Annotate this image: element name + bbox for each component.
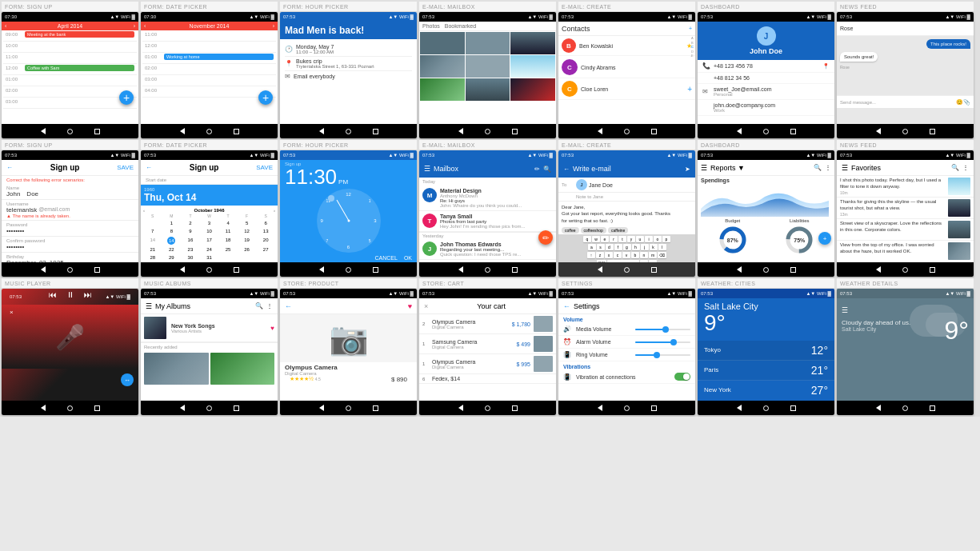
card-contacts: E-MAIL: CREATE 07:53 ▲▼ WiFi ▓ Contacts … — [558, 2, 695, 138]
card-calendar-1: FORM: SIGN UP 07:30 ▲▼ WiFi ▓ ‹April 201… — [2, 2, 138, 138]
card-contact-detail: DASHBOARD 07:53 ▲▼ WiFi ▓ J John Doe 📞+4… — [698, 2, 834, 138]
card-label-4: E-MAIL: MAILBOX — [419, 2, 556, 12]
card-store-product: STORE: PRODUCT 07:53 ▲▼ WiFi ▓ ← ♥ 📷 — [280, 278, 417, 415]
card-label-2: FORM: DATE PICKER — [141, 2, 278, 12]
row3-label-3: STORE: PRODUCT — [280, 278, 417, 289]
card-newsfeed: NEWS FEED 07:53 ▲▼ WiFi ▓ ☰ Favorites 🔍 … — [837, 140, 974, 277]
card-event-detail: FORM: HOUR PICKER 07:53 ▲▼ WiFi ▓ Mad Me… — [280, 2, 417, 138]
card-label-1: FORM: SIGN UP — [2, 2, 138, 12]
card-chat: NEWS FEED 07:53 ▲▼ WiFi ▓ Rose This plac… — [837, 2, 974, 138]
card-calendar-2: FORM: DATE PICKER 07:30 ▲▼ WiFi ▓ ‹Novem… — [141, 2, 278, 138]
row3-label-7: WEATHER DETAILS — [837, 278, 974, 289]
row3-label-1: MUSIC PLAYER — [2, 278, 138, 289]
row3-label-4: STORE: CART — [419, 278, 556, 289]
card-albums: MUSIC ALBUMS 07:53 ▲▼ WiFi ▓ ☰ My Albums… — [141, 278, 278, 415]
row3-label-2: MUSIC ALBUMS — [141, 278, 278, 289]
card-music-player: MUSIC PLAYER 07:53 ▲▼ WiFi ▓ × Now playi… — [2, 278, 138, 415]
card-timepicker: FORM: HOUR PICKER 07:53 ▲▼ WiFi ▓ Sign u… — [280, 140, 417, 277]
row2-label-2: FORM: DATE PICKER — [141, 140, 278, 150]
card-weather-cities: WEATHER: CITIES 07:53 ▲▼ WiFi ▓ Salt Lak… — [698, 278, 834, 415]
card-signup: FORM: SIGN UP 07:53 ▲▼ WiFi ▓ ← Sign up … — [2, 140, 138, 277]
card-compose: E-MAIL: CREATE 07:53 ▲▼ WiFi ▓ ← Write e… — [558, 140, 695, 277]
card-datepicker: FORM: DATE PICKER 07:53 ▲▼ WiFi ▓ ← Sign… — [141, 140, 278, 277]
card-label-6: DASHBOARD — [698, 2, 834, 12]
row2-label-4: E-MAIL: MAILBOX — [419, 140, 556, 150]
card-weather-detail: WEATHER DETAILS 07:53 ▲▼ WiFi ▓ ☰ Cloudy… — [837, 278, 974, 415]
row3-label-6: WEATHER: CITIES — [698, 278, 834, 289]
card-store-cart: STORE: CART 07:53 ▲▼ WiFi ▓ × Your cart … — [419, 278, 556, 415]
card-photos: E-MAIL: MAILBOX 07:53 ▲▼ WiFi ▓ Photos B… — [419, 2, 556, 138]
card-settings: SETTINGS 07:53 ▲▼ WiFi ▓ ← Settings Volu… — [558, 278, 695, 415]
card-label-3: FORM: HOUR PICKER — [280, 2, 417, 12]
row2-label-6: DASHBOARD — [698, 140, 834, 150]
row2-label-7: NEWS FEED — [837, 140, 974, 150]
card-dashboard: DASHBOARD 07:53 ▲▼ WiFi ▓ ☰ Reports ▼ 🔍 … — [698, 140, 834, 277]
row2-label-1: FORM: SIGN UP — [2, 140, 138, 150]
row3-label-5: SETTINGS — [558, 278, 695, 289]
row2-label-5: E-MAIL: CREATE — [558, 140, 695, 150]
card-mailbox: E-MAIL: MAILBOX 07:53 ▲▼ WiFi ▓ ☰ Mailbo… — [419, 140, 556, 277]
card-label-5: E-MAIL: CREATE — [558, 2, 695, 12]
card-label-7: NEWS FEED — [837, 2, 974, 12]
row2-label-3: FORM: HOUR PICKER — [280, 140, 417, 150]
